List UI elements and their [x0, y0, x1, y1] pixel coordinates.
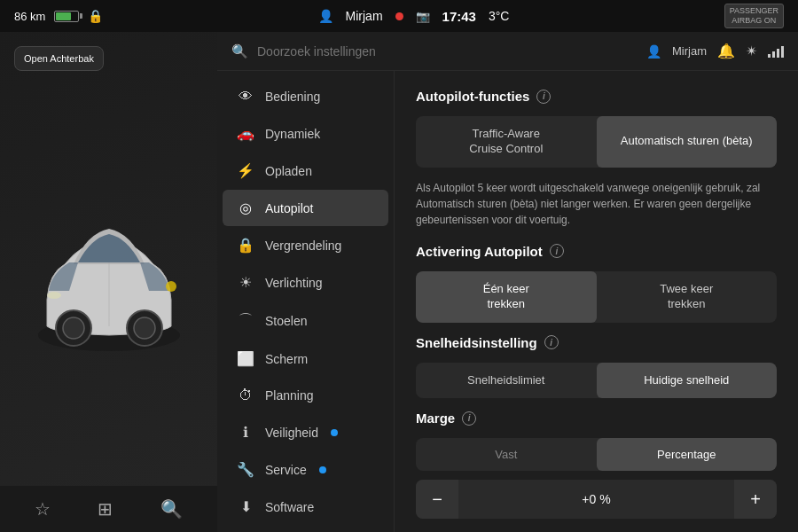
sidebar-item-software[interactable]: ⬇ Software: [223, 489, 388, 525]
sidebar-label-opladen: Opladen: [265, 164, 312, 178]
search-input[interactable]: [257, 44, 638, 59]
dynamiek-icon: 🚗: [237, 125, 254, 142]
settings-area: 🔍 👤 Mirjam 🔔 ✴ 👁 Bediening: [217, 32, 798, 532]
autopilot-icon: ◎: [237, 200, 254, 216]
percentage-control: − +0 % +: [416, 480, 777, 519]
bottom-bar: ☆ ⊞ 🔍: [0, 486, 217, 532]
sidebar-label-scherm: Scherm: [265, 352, 308, 366]
status-username: Mirjam: [346, 9, 383, 23]
sidebar-item-vergrendeling[interactable]: 🔒 Vergrendeling: [223, 227, 388, 263]
bell-icon[interactable]: 🔔: [717, 43, 735, 59]
speed-display: 86 km: [14, 10, 45, 23]
sidebar-label-verlichting: Verlichting: [265, 276, 323, 290]
snelheid-toggle: Snelheidslimiet Huidige snelheid: [416, 363, 777, 399]
planning-icon: ⏱: [237, 387, 254, 403]
veiligheid-icon: ℹ: [237, 424, 254, 441]
marge-title: Marge i: [416, 411, 777, 426]
signal-bars: [768, 45, 784, 58]
vast-button[interactable]: Vast: [416, 438, 597, 471]
traffic-aware-button[interactable]: Traffic-Aware Cruise Control: [416, 116, 597, 168]
sidebar-label-vergrendeling: Vergrendeling: [265, 239, 341, 253]
sidebar-item-scherm[interactable]: ⬜ Scherm: [223, 340, 388, 377]
percentage-button[interactable]: Percentage: [597, 438, 778, 471]
sidebar-label-software: Software: [265, 500, 314, 514]
vergrendeling-icon: 🔒: [237, 237, 254, 254]
battery-indicator: [54, 11, 79, 22]
car-image: [20, 184, 198, 379]
autopilot-functies-info[interactable]: i: [536, 90, 551, 104]
sidebar-item-veiligheid[interactable]: ℹ Veiligheid: [223, 414, 388, 450]
open-achterbak-button[interactable]: Open Achterbak: [14, 46, 104, 71]
svg-point-6: [166, 281, 176, 292]
service-icon: 🔧: [237, 461, 254, 478]
status-center: 👤 Mirjam 📷 17:43 3°C: [318, 9, 510, 24]
search-bar-username: Mirjam: [672, 44, 707, 58]
software-icon: ⬇: [237, 498, 254, 515]
marge-toggle: Vast Percentage: [416, 438, 777, 471]
bediening-icon: 👁: [237, 89, 254, 105]
sidebar-item-opladen[interactable]: ⚡ Opladen: [223, 153, 388, 189]
sidebar-label-planning: Planning: [265, 388, 314, 403]
sidebar-item-navigatie[interactable]: ▲ Navigatie: [223, 526, 388, 532]
car-visual: [16, 167, 202, 397]
snelheidslimiet-button[interactable]: Snelheidslimiet: [416, 363, 597, 399]
svg-point-2: [63, 317, 84, 339]
user-profile-icon: 👤: [646, 44, 661, 59]
bluetooth-icon[interactable]: ✴: [746, 43, 757, 59]
status-bar: 86 km 🔒 👤 Mirjam 📷 17:43 3°C PASSENGERAI…: [0, 0, 798, 32]
activering-info[interactable]: i: [550, 244, 564, 258]
snelheid-title: Snelheidsinstelling i: [416, 335, 777, 350]
opladen-icon: ⚡: [237, 162, 254, 179]
lock-icon: 🔒: [88, 9, 103, 23]
camera-icon: 📷: [416, 10, 430, 23]
sidebar-label-service: Service: [265, 463, 307, 477]
snelheid-info[interactable]: i: [544, 335, 559, 349]
een-keer-button[interactable]: Één keer trekken: [416, 271, 597, 323]
scherm-icon: ⬜: [237, 350, 254, 367]
status-left: 86 km 🔒: [14, 9, 103, 23]
status-right: PASSENGERAIRBAG ON: [724, 4, 784, 28]
user-icon: 👤: [318, 9, 333, 23]
left-panel: Open Achterbak: [0, 32, 217, 532]
search-icon: 🔍: [231, 43, 248, 59]
sidebar-label-autopilot: Autopilot: [265, 201, 313, 215]
svg-point-7: [47, 292, 61, 299]
sidebar-label-dynamiek: Dynamiek: [265, 127, 320, 141]
sidebar-nav: 👁 Bediening 🚗 Dynamiek ⚡ Opladen ◎ Autop…: [217, 71, 395, 532]
autopilot-mode-toggle: Traffic-Aware Cruise Control Automatisch…: [416, 116, 777, 168]
time-display: 17:43: [442, 9, 476, 24]
svg-point-4: [134, 317, 155, 339]
increment-button[interactable]: +: [734, 480, 777, 519]
huidige-snelheid-button[interactable]: Huidige snelheid: [597, 363, 778, 399]
sidebar-label-stoelen: Stoelen: [265, 314, 307, 328]
sidebar-item-planning[interactable]: ⏱ Planning: [223, 378, 388, 413]
decrement-button[interactable]: −: [416, 480, 458, 519]
sidebar-label-bediening: Bediening: [265, 90, 320, 104]
twee-keer-button[interactable]: Twee keer trekken: [597, 271, 778, 323]
autopilot-functies-title: Autopilot-functies i: [416, 89, 777, 104]
service-badge: [319, 466, 326, 473]
sidebar-item-stoelen[interactable]: ⌒ Stoelen: [223, 301, 388, 340]
autopilot-info-text: Als Autopilot 5 keer wordt uitgeschakeld…: [416, 180, 777, 228]
autopilot-settings: Autopilot-functies i Traffic-Aware Cruis…: [395, 71, 798, 532]
automatisch-sturen-button[interactable]: Automatisch sturen (bèta): [597, 116, 778, 168]
apps-icon[interactable]: ⊞: [98, 498, 113, 520]
veiligheid-badge: [331, 429, 338, 436]
search-bar: 🔍 👤 Mirjam 🔔 ✴: [217, 32, 798, 71]
search-bar-right: 👤 Mirjam 🔔 ✴: [646, 43, 784, 59]
search-bottom-icon[interactable]: 🔍: [160, 498, 183, 520]
sidebar-item-autopilot[interactable]: ◎ Autopilot: [223, 190, 388, 226]
passenger-airbag-badge: PASSENGERAIRBAG ON: [724, 4, 784, 28]
activering-toggle: Één keer trekken Twee keer trekken: [416, 271, 777, 323]
recording-dot: [395, 12, 403, 20]
sidebar-item-bediening[interactable]: 👁 Bediening: [223, 79, 388, 114]
settings-content: 👁 Bediening 🚗 Dynamiek ⚡ Opladen ◎ Autop…: [217, 71, 798, 532]
sidebar-item-service[interactable]: 🔧 Service: [223, 451, 388, 488]
temp-display: 3°C: [489, 9, 510, 23]
main-area: Open Achterbak: [0, 32, 798, 532]
favorites-icon[interactable]: ☆: [35, 498, 51, 520]
marge-info[interactable]: i: [462, 411, 476, 426]
sidebar-item-dynamiek[interactable]: 🚗 Dynamiek: [223, 115, 388, 152]
sidebar-item-verlichting[interactable]: ☀ Verlichting: [223, 264, 388, 301]
activering-title: Activering Autopilot i: [416, 244, 777, 259]
